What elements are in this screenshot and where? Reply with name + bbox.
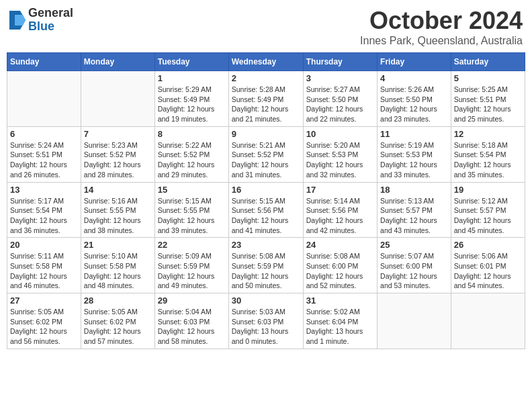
- calendar-header-wednesday: Wednesday: [228, 53, 303, 71]
- calendar-cell: 12Sunrise: 5:18 AM Sunset: 5:54 PM Dayli…: [451, 126, 525, 182]
- day-detail: Sunrise: 5:17 AM Sunset: 5:54 PM Dayligh…: [10, 196, 78, 236]
- calendar-week-row: 13Sunrise: 5:17 AM Sunset: 5:54 PM Dayli…: [7, 182, 525, 238]
- calendar-cell: 18Sunrise: 5:13 AM Sunset: 5:57 PM Dayli…: [378, 182, 451, 238]
- day-detail: Sunrise: 5:25 AM Sunset: 5:51 PM Dayligh…: [454, 85, 522, 124]
- day-number: 20: [10, 240, 78, 250]
- day-detail: Sunrise: 5:13 AM Sunset: 5:57 PM Dayligh…: [380, 196, 448, 236]
- day-detail: Sunrise: 5:14 AM Sunset: 5:56 PM Dayligh…: [306, 196, 374, 236]
- day-detail: Sunrise: 5:05 AM Sunset: 6:02 PM Dayligh…: [84, 307, 152, 347]
- calendar-cell: 29Sunrise: 5:04 AM Sunset: 6:03 PM Dayli…: [154, 293, 228, 349]
- day-number: 9: [232, 129, 300, 139]
- day-number: 18: [380, 185, 448, 195]
- page-header: General Blue October 2024 Innes Park, Qu…: [7, 7, 525, 47]
- calendar-cell: 4Sunrise: 5:26 AM Sunset: 5:50 PM Daylig…: [378, 71, 451, 127]
- calendar-week-row: 6Sunrise: 5:24 AM Sunset: 5:51 PM Daylig…: [7, 126, 525, 182]
- calendar-cell: [7, 71, 81, 127]
- location-subtitle: Innes Park, Queensland, Australia: [360, 35, 523, 47]
- calendar-cell: 2Sunrise: 5:28 AM Sunset: 5:49 PM Daylig…: [228, 71, 303, 127]
- day-number: 12: [454, 129, 522, 139]
- day-number: 24: [306, 240, 374, 250]
- calendar-table: SundayMondayTuesdayWednesdayThursdayFrid…: [7, 52, 525, 349]
- day-number: 6: [10, 129, 78, 139]
- calendar-cell: 26Sunrise: 5:06 AM Sunset: 6:01 PM Dayli…: [451, 238, 525, 293]
- calendar-cell: 1Sunrise: 5:29 AM Sunset: 5:49 PM Daylig…: [154, 71, 228, 127]
- day-number: 1: [158, 73, 226, 83]
- day-number: 4: [380, 73, 448, 83]
- svg-marker-1: [15, 15, 26, 26]
- calendar-cell: [81, 71, 154, 127]
- calendar-header-sunday: Sunday: [7, 53, 81, 71]
- calendar-cell: 28Sunrise: 5:05 AM Sunset: 6:02 PM Dayli…: [81, 293, 154, 349]
- day-number: 16: [232, 185, 300, 195]
- day-number: 2: [232, 73, 300, 83]
- logo-general: General: [28, 7, 73, 20]
- day-detail: Sunrise: 5:15 AM Sunset: 5:55 PM Dayligh…: [158, 196, 226, 236]
- calendar-cell: 8Sunrise: 5:22 AM Sunset: 5:52 PM Daylig…: [154, 126, 228, 182]
- calendar-cell: 25Sunrise: 5:07 AM Sunset: 6:00 PM Dayli…: [378, 238, 451, 293]
- month-title: October 2024: [360, 7, 523, 35]
- day-detail: Sunrise: 5:15 AM Sunset: 5:56 PM Dayligh…: [232, 196, 300, 236]
- day-number: 23: [232, 240, 300, 250]
- day-detail: Sunrise: 5:05 AM Sunset: 6:02 PM Dayligh…: [10, 307, 78, 347]
- day-detail: Sunrise: 5:16 AM Sunset: 5:55 PM Dayligh…: [84, 196, 152, 236]
- day-number: 8: [158, 129, 226, 139]
- calendar-cell: 27Sunrise: 5:05 AM Sunset: 6:02 PM Dayli…: [7, 293, 81, 349]
- day-detail: Sunrise: 5:11 AM Sunset: 5:58 PM Dayligh…: [10, 251, 78, 291]
- day-number: 10: [306, 129, 374, 139]
- day-number: 13: [10, 185, 78, 195]
- calendar-cell: 11Sunrise: 5:19 AM Sunset: 5:53 PM Dayli…: [378, 126, 451, 182]
- day-detail: Sunrise: 5:29 AM Sunset: 5:49 PM Dayligh…: [158, 85, 226, 124]
- day-number: 21: [84, 240, 152, 250]
- calendar-cell: 23Sunrise: 5:08 AM Sunset: 5:59 PM Dayli…: [228, 238, 303, 293]
- day-number: 28: [84, 295, 152, 306]
- logo: General Blue: [9, 7, 73, 34]
- calendar-header-row: SundayMondayTuesdayWednesdayThursdayFrid…: [7, 53, 525, 71]
- calendar-cell: 13Sunrise: 5:17 AM Sunset: 5:54 PM Dayli…: [7, 182, 81, 238]
- day-detail: Sunrise: 5:09 AM Sunset: 5:59 PM Dayligh…: [158, 251, 226, 291]
- day-detail: Sunrise: 5:08 AM Sunset: 5:59 PM Dayligh…: [232, 251, 300, 291]
- calendar-cell: 3Sunrise: 5:27 AM Sunset: 5:50 PM Daylig…: [303, 71, 377, 127]
- day-detail: Sunrise: 5:24 AM Sunset: 5:51 PM Dayligh…: [10, 140, 78, 180]
- calendar-header-thursday: Thursday: [303, 53, 377, 71]
- calendar-cell: 30Sunrise: 5:03 AM Sunset: 6:03 PM Dayli…: [228, 293, 303, 349]
- calendar-cell: [451, 293, 525, 349]
- calendar-week-row: 1Sunrise: 5:29 AM Sunset: 5:49 PM Daylig…: [7, 71, 525, 127]
- day-detail: Sunrise: 5:18 AM Sunset: 5:54 PM Dayligh…: [454, 140, 522, 180]
- calendar-cell: 21Sunrise: 5:10 AM Sunset: 5:58 PM Dayli…: [81, 238, 154, 293]
- calendar-cell: 20Sunrise: 5:11 AM Sunset: 5:58 PM Dayli…: [7, 238, 81, 293]
- day-number: 3: [306, 73, 374, 83]
- calendar-cell: 5Sunrise: 5:25 AM Sunset: 5:51 PM Daylig…: [451, 71, 525, 127]
- day-number: 26: [454, 240, 522, 250]
- calendar-cell: 10Sunrise: 5:20 AM Sunset: 5:53 PM Dayli…: [303, 126, 377, 182]
- day-number: 29: [158, 295, 226, 306]
- calendar-cell: 24Sunrise: 5:08 AM Sunset: 6:00 PM Dayli…: [303, 238, 377, 293]
- calendar-cell: 15Sunrise: 5:15 AM Sunset: 5:55 PM Dayli…: [154, 182, 228, 238]
- calendar-header-tuesday: Tuesday: [154, 53, 228, 71]
- day-detail: Sunrise: 5:04 AM Sunset: 6:03 PM Dayligh…: [158, 307, 226, 347]
- day-number: 25: [380, 240, 448, 250]
- calendar-week-row: 27Sunrise: 5:05 AM Sunset: 6:02 PM Dayli…: [7, 293, 525, 349]
- day-detail: Sunrise: 5:26 AM Sunset: 5:50 PM Dayligh…: [380, 85, 448, 124]
- calendar-week-row: 20Sunrise: 5:11 AM Sunset: 5:58 PM Dayli…: [7, 238, 525, 293]
- day-detail: Sunrise: 5:20 AM Sunset: 5:53 PM Dayligh…: [306, 140, 374, 180]
- calendar-cell: 17Sunrise: 5:14 AM Sunset: 5:56 PM Dayli…: [303, 182, 377, 238]
- day-detail: Sunrise: 5:08 AM Sunset: 6:00 PM Dayligh…: [306, 251, 374, 291]
- day-number: 11: [380, 129, 448, 139]
- calendar-cell: 16Sunrise: 5:15 AM Sunset: 5:56 PM Dayli…: [228, 182, 303, 238]
- day-number: 27: [10, 295, 78, 306]
- day-detail: Sunrise: 5:02 AM Sunset: 6:04 PM Dayligh…: [306, 307, 374, 347]
- day-number: 31: [306, 295, 374, 306]
- day-detail: Sunrise: 5:07 AM Sunset: 6:00 PM Dayligh…: [380, 251, 448, 291]
- calendar-cell: [378, 293, 451, 349]
- calendar-header-friday: Friday: [378, 53, 451, 71]
- day-detail: Sunrise: 5:19 AM Sunset: 5:53 PM Dayligh…: [380, 140, 448, 180]
- calendar-cell: 6Sunrise: 5:24 AM Sunset: 5:51 PM Daylig…: [7, 126, 81, 182]
- day-detail: Sunrise: 5:28 AM Sunset: 5:49 PM Dayligh…: [232, 85, 300, 124]
- day-number: 14: [84, 185, 152, 195]
- day-number: 30: [232, 295, 300, 306]
- day-detail: Sunrise: 5:21 AM Sunset: 5:52 PM Dayligh…: [232, 140, 300, 180]
- day-detail: Sunrise: 5:03 AM Sunset: 6:03 PM Dayligh…: [232, 307, 300, 347]
- day-detail: Sunrise: 5:12 AM Sunset: 5:57 PM Dayligh…: [454, 196, 522, 236]
- day-number: 17: [306, 185, 374, 195]
- calendar-cell: 7Sunrise: 5:23 AM Sunset: 5:52 PM Daylig…: [81, 126, 154, 182]
